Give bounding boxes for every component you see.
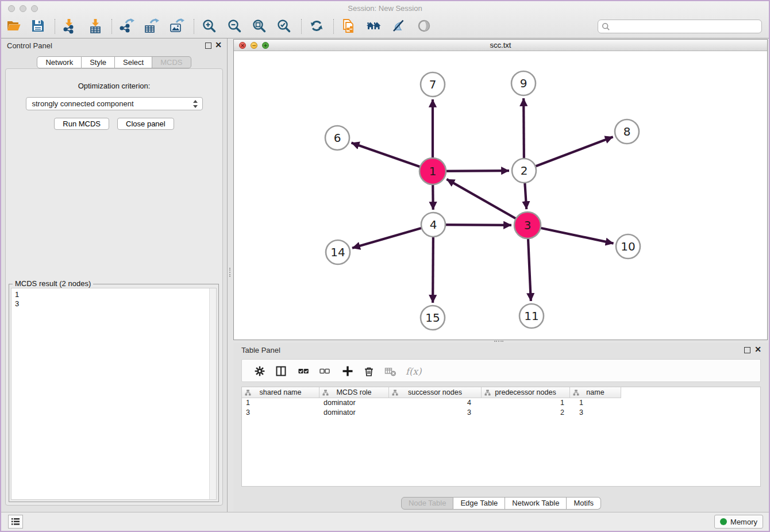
search-icon — [602, 22, 610, 31]
column-header-predecessor-nodes[interactable]: predecessor nodes — [482, 387, 570, 398]
graph-node-label: 8 — [623, 125, 631, 138]
control-panel: Control Panel ✕ NetworkStyleSelectMCDS O… — [1, 38, 228, 512]
table-row[interactable]: 3dominator323 — [242, 408, 760, 418]
column-header-shared-name[interactable]: shared name — [242, 387, 319, 398]
result-scrollbar[interactable] — [209, 288, 216, 499]
select-all-icon[interactable] — [297, 365, 310, 377]
table-panel-title: Table Panel — [241, 346, 280, 354]
new-network-from-selection-icon[interactable] — [340, 18, 356, 34]
graph-node-label: 9 — [520, 76, 528, 90]
tab-network[interactable]: Network — [37, 56, 82, 68]
zoom-in-icon[interactable] — [201, 18, 217, 34]
mcds-panel: Optimization criterion: strongly connect… — [5, 68, 223, 506]
close-table-panel-icon[interactable]: ✕ — [754, 345, 761, 354]
mcds-result-box: MCDS result (2 nodes) 1 3 — [9, 284, 219, 502]
toolbar-separator — [194, 19, 194, 34]
graph-node-label: 1 — [429, 164, 437, 178]
zoom-out-icon[interactable] — [226, 18, 242, 34]
graph-node-label: 15 — [425, 311, 440, 325]
table-cell[interactable]: 1 — [482, 398, 570, 408]
toggle-panel-layout-icon[interactable] — [275, 365, 287, 377]
settings-icon[interactable] — [253, 365, 266, 377]
table-cell[interactable]: dominator — [319, 398, 389, 408]
toolbar-separator — [333, 19, 334, 34]
svg-text:f(x): f(x) — [406, 366, 422, 377]
vertical-splitter-handle[interactable] — [229, 268, 233, 277]
table-cell[interactable]: 3 — [242, 408, 319, 418]
graph-node-label: 2 — [521, 164, 528, 178]
add-column-icon[interactable] — [341, 365, 354, 377]
graph-node-label: 10 — [621, 240, 635, 253]
mcds-result-area[interactable]: 1 3 — [11, 288, 217, 500]
close-panel-icon[interactable]: ✕ — [215, 40, 222, 49]
tab-network-table[interactable]: Network Table — [505, 497, 567, 510]
tab-edge-table[interactable]: Edge Table — [453, 497, 505, 510]
import-table-icon[interactable] — [87, 18, 103, 34]
table-cell[interactable]: 1 — [242, 398, 319, 408]
save-session-icon[interactable] — [30, 18, 46, 34]
graph-edges[interactable] — [352, 98, 614, 303]
memory-status-icon — [720, 518, 727, 525]
tab-motifs[interactable]: Motifs — [567, 497, 601, 510]
toolbar-separator — [301, 19, 302, 34]
graph-node-label: 6 — [334, 131, 341, 145]
float-table-panel-icon[interactable] — [744, 347, 750, 353]
search-box[interactable] — [598, 20, 762, 33]
node-table[interactable]: shared nameMCDS rolesuccessor nodesprede… — [241, 387, 761, 487]
table-row[interactable]: 1dominator411 — [242, 398, 760, 408]
export-image-icon[interactable] — [168, 18, 184, 34]
export-table-icon[interactable] — [143, 18, 159, 34]
graph-node-label: 11 — [524, 309, 538, 323]
criterion-select[interactable]: strongly connected component — [26, 97, 203, 110]
show-graphics-details-icon[interactable] — [416, 18, 432, 34]
network-graph[interactable]: 7968124314101511 — [234, 51, 767, 340]
column-header-name[interactable]: name — [570, 387, 621, 398]
arrange-windows-icon[interactable] — [365, 18, 382, 34]
close-panel-button[interactable]: Close panel — [117, 118, 174, 130]
graph-node-label: 3 — [524, 218, 532, 232]
search-input[interactable] — [612, 21, 758, 33]
tab-style[interactable]: Style — [82, 56, 115, 68]
toggle-vizmapper-icon[interactable] — [390, 18, 406, 34]
run-mcds-button[interactable]: Run MCDS — [54, 118, 109, 130]
memory-button[interactable]: Memory — [714, 515, 763, 529]
graph-edge-2-8[interactable] — [524, 137, 613, 171]
graph-node-label: 4 — [430, 218, 437, 232]
table-cell[interactable]: 3 — [570, 408, 621, 418]
refresh-view-icon[interactable] — [309, 18, 325, 34]
import-network-icon[interactable] — [61, 18, 77, 34]
zoom-selected-icon[interactable] — [276, 18, 292, 34]
delete-table-icon[interactable] — [384, 365, 396, 377]
network-window-titlebar[interactable]: × − + scc.txt — [234, 40, 767, 51]
window-title: Session: New Session — [1, 4, 769, 13]
table-tabs: Node TableEdge TableNetwork TableMotifs — [233, 497, 769, 510]
column-header-successor-nodes[interactable]: successor nodes — [389, 387, 482, 398]
deselect-all-icon[interactable] — [318, 365, 331, 377]
tab-select[interactable]: Select — [115, 56, 152, 68]
column-header-MCDS-role[interactable]: MCDS role — [319, 387, 389, 398]
table-cell[interactable]: 3 — [389, 408, 482, 418]
status-bar: Memory — [1, 512, 769, 531]
task-history-button[interactable] — [8, 515, 23, 529]
zoom-fit-icon[interactable] — [251, 18, 267, 34]
table-cell[interactable]: dominator — [319, 408, 389, 418]
float-panel-icon[interactable] — [205, 43, 211, 49]
control-panel-tabs: NetworkStyleSelectMCDS — [1, 56, 227, 68]
list-icon — [9, 515, 22, 528]
table-cell[interactable]: 2 — [482, 408, 570, 418]
table-cell[interactable]: 4 — [389, 398, 482, 408]
delete-column-icon[interactable] — [363, 365, 375, 377]
criterion-value: strongly connected component — [32, 99, 134, 108]
memory-label: Memory — [730, 518, 757, 526]
open-file-icon[interactable] — [6, 18, 22, 34]
network-window-title: scc.txt — [234, 41, 767, 49]
table-toolbar: f(x) — [241, 359, 761, 382]
title-and-toolbar: Session: New Session — [1, 1, 769, 38]
optimization-criterion-label: Optimization criterion: — [6, 82, 222, 90]
export-network-icon[interactable] — [118, 18, 134, 34]
application-window: Session: New Session — [0, 0, 770, 532]
function-builder-icon[interactable]: f(x) — [405, 365, 423, 377]
tab-node-table[interactable]: Node Table — [401, 497, 454, 510]
table-cell[interactable]: 1 — [570, 398, 621, 408]
tab-mcds[interactable]: MCDS — [152, 56, 191, 68]
